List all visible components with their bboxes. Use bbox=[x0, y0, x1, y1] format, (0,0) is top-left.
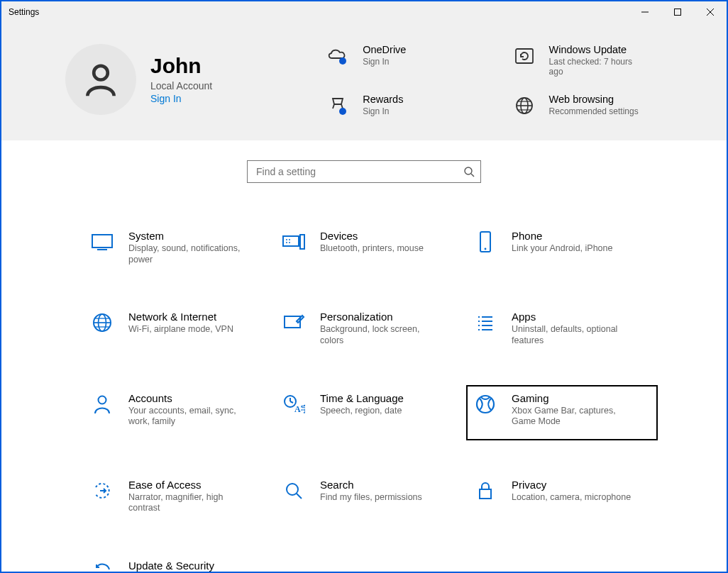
header-link-sub: Last checked: 7 hours ago bbox=[549, 57, 649, 77]
window-controls bbox=[629, 1, 727, 23]
svg-point-45 bbox=[287, 484, 298, 495]
svg-rect-47 bbox=[480, 489, 491, 499]
svg-point-24 bbox=[485, 248, 487, 250]
svg-line-14 bbox=[471, 174, 474, 177]
svg-line-42 bbox=[290, 401, 293, 403]
category-devices[interactable]: Devices Bluetooth, printers, mouse bbox=[275, 223, 466, 272]
search-box[interactable] bbox=[247, 160, 481, 183]
header: John Local Account Sign In OneDrive Sign… bbox=[1, 23, 727, 140]
category-network[interactable]: Network & Internet Wi-Fi, airplane mode,… bbox=[83, 304, 275, 353]
user-account-type: Local Account bbox=[150, 80, 212, 91]
web-browsing-icon bbox=[512, 94, 536, 118]
category-sub: Find my files, permissions bbox=[320, 492, 422, 504]
category-title: Privacy bbox=[512, 479, 631, 491]
header-link-sub: Sign In bbox=[363, 57, 406, 67]
category-phone[interactable]: Phone Link your Android, iPhone bbox=[466, 223, 658, 272]
privacy-icon bbox=[473, 479, 497, 503]
category-title: Time & Language bbox=[320, 392, 404, 404]
category-sub: Your accounts, email, sync, work, family bbox=[128, 406, 249, 428]
category-title: Apps bbox=[512, 311, 632, 323]
maximize-button[interactable] bbox=[661, 1, 694, 23]
category-search[interactable]: Search Find my files, permissions bbox=[275, 472, 466, 521]
header-links: OneDrive Sign In Windows Update Last che… bbox=[326, 44, 684, 118]
category-privacy[interactable]: Privacy Location, camera, microphone bbox=[466, 472, 658, 521]
category-sub: Uninstall, defaults, optional features bbox=[512, 324, 632, 346]
svg-point-44 bbox=[477, 396, 494, 413]
category-sub: Display, sound, notifications, power bbox=[128, 243, 249, 265]
svg-point-5 bbox=[339, 57, 346, 65]
svg-rect-6 bbox=[516, 49, 533, 63]
header-link-title: Web browsing bbox=[549, 94, 639, 105]
search-input[interactable] bbox=[255, 165, 463, 178]
category-title: Personalization bbox=[320, 311, 441, 323]
header-link-web-browsing[interactable]: Web browsing Recommended settings bbox=[512, 94, 684, 118]
gaming-icon bbox=[473, 392, 497, 416]
category-accounts[interactable]: Accounts Your accounts, email, sync, wor… bbox=[83, 385, 275, 440]
category-ease-of-access[interactable]: Ease of Access Narrator, magnifier, high… bbox=[83, 472, 275, 521]
header-link-sub: Sign In bbox=[363, 106, 403, 116]
person-icon bbox=[81, 60, 121, 99]
category-sub: Speech, region, date bbox=[320, 406, 404, 417]
rewards-icon bbox=[326, 94, 350, 118]
window-title: Settings bbox=[9, 7, 39, 17]
category-personalization[interactable]: Personalization Background, lock screen,… bbox=[275, 304, 466, 353]
category-apps[interactable]: Apps Uninstall, defaults, optional featu… bbox=[466, 304, 658, 353]
devices-icon bbox=[282, 230, 306, 254]
titlebar: Settings bbox=[1, 1, 727, 23]
category-title: System bbox=[128, 230, 249, 242]
header-link-sub: Recommended settings bbox=[549, 106, 639, 116]
svg-rect-15 bbox=[92, 235, 112, 247]
minimize-button[interactable] bbox=[629, 1, 661, 23]
avatar bbox=[65, 44, 136, 115]
onedrive-icon bbox=[326, 44, 350, 68]
close-button[interactable] bbox=[694, 1, 727, 23]
header-link-title: Windows Update bbox=[549, 44, 649, 55]
svg-point-21 bbox=[286, 242, 287, 243]
header-link-title: Rewards bbox=[363, 94, 403, 105]
categories-grid: System Display, sound, notifications, po… bbox=[1, 194, 727, 573]
user-signin-link[interactable]: Sign In bbox=[150, 93, 212, 104]
svg-point-19 bbox=[286, 239, 287, 240]
time-language-icon: A字 bbox=[282, 392, 306, 416]
svg-point-39 bbox=[99, 396, 106, 404]
category-title: Network & Internet bbox=[128, 311, 233, 323]
category-title: Phone bbox=[512, 230, 612, 242]
header-link-onedrive[interactable]: OneDrive Sign In bbox=[326, 44, 497, 77]
category-update-security[interactable]: Update & Security Windows Update, recove… bbox=[83, 552, 275, 573]
svg-point-20 bbox=[289, 239, 290, 240]
header-link-title: OneDrive bbox=[363, 44, 406, 55]
category-sub: Link your Android, iPhone bbox=[512, 243, 612, 255]
category-title: Search bbox=[320, 479, 422, 491]
svg-point-7 bbox=[339, 108, 346, 115]
svg-rect-18 bbox=[300, 235, 304, 249]
category-gaming[interactable]: Gaming Xbox Game Bar, captures, Game Mod… bbox=[466, 385, 658, 440]
category-system[interactable]: System Display, sound, notifications, po… bbox=[83, 223, 275, 272]
accounts-icon bbox=[90, 392, 114, 416]
phone-icon bbox=[473, 230, 497, 254]
category-sub: Wi-Fi, airplane mode, VPN bbox=[128, 324, 233, 335]
svg-point-4 bbox=[94, 66, 108, 80]
user-block[interactable]: John Local Account Sign In bbox=[65, 44, 212, 115]
search-row bbox=[1, 140, 727, 194]
category-title: Update & Security bbox=[128, 560, 249, 572]
header-link-windows-update[interactable]: Windows Update Last checked: 7 hours ago bbox=[512, 44, 684, 77]
header-link-rewards[interactable]: Rewards Sign In bbox=[326, 94, 497, 118]
search-icon bbox=[463, 166, 475, 177]
category-sub: Xbox Game Bar, captures, Game Mode bbox=[512, 406, 632, 428]
category-sub: Background, lock screen, colors bbox=[320, 324, 441, 346]
svg-point-22 bbox=[289, 242, 290, 243]
apps-icon bbox=[473, 311, 497, 335]
category-time-language[interactable]: A字 Time & Language Speech, region, date bbox=[275, 385, 466, 440]
category-title: Accounts bbox=[128, 392, 249, 404]
svg-rect-1 bbox=[675, 9, 681, 16]
ease-of-access-icon bbox=[90, 479, 114, 503]
svg-rect-17 bbox=[283, 236, 299, 246]
svg-point-13 bbox=[465, 167, 472, 174]
user-name: John bbox=[150, 55, 212, 77]
category-title: Devices bbox=[320, 230, 424, 242]
user-text: John Local Account Sign In bbox=[150, 55, 212, 104]
search-category-icon bbox=[282, 479, 306, 503]
windows-update-icon bbox=[512, 44, 536, 68]
category-sub: Bluetooth, printers, mouse bbox=[320, 243, 424, 255]
personalization-icon bbox=[282, 311, 306, 335]
